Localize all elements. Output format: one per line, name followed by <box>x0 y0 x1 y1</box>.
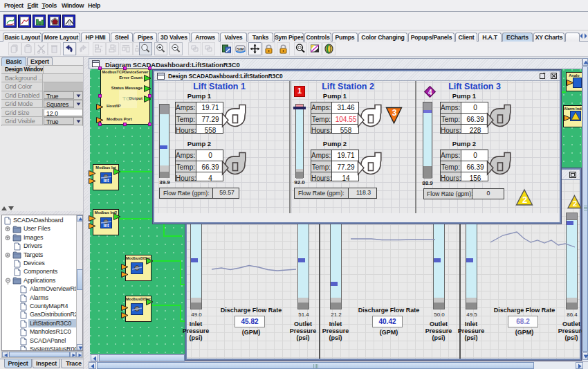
svg-text:Int: Int <box>104 223 110 228</box>
svg-text:2: 2 <box>522 195 527 205</box>
svg-text:Int: Int <box>104 178 110 183</box>
svg-text:2: 2 <box>573 199 577 208</box>
svg-text:4: 4 <box>428 89 432 96</box>
svg-text:SIM: SIM <box>237 47 244 51</box>
svg-text:3: 3 <box>392 108 397 118</box>
